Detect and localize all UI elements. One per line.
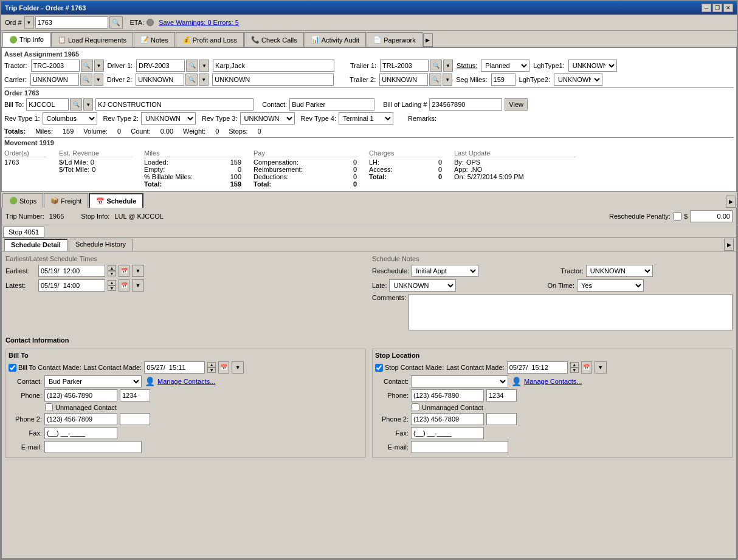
stop-time-extra[interactable]: ▼ xyxy=(595,361,607,374)
bill-to-calendar-btn[interactable]: 📅 xyxy=(218,361,229,374)
trailer2-search-icon[interactable]: 🔍 xyxy=(429,73,441,86)
earliest-calendar-icon[interactable]: 📅 xyxy=(119,265,129,277)
lower-tab-scroll[interactable]: ▶ xyxy=(726,196,736,208)
driver1-dropdown[interactable]: ▼ xyxy=(199,60,209,72)
stop-phone-ext-input[interactable] xyxy=(486,389,517,401)
rev-type3-select[interactable]: UNKNOWN xyxy=(240,112,295,125)
minimize-button[interactable]: ─ xyxy=(702,4,711,12)
reschedule-penalty-checkbox[interactable] xyxy=(673,212,681,220)
bill-to-time-down[interactable]: ▼ xyxy=(207,367,216,373)
earliest-input[interactable] xyxy=(38,265,105,277)
carrier-dropdown[interactable]: ▼ xyxy=(94,73,103,86)
carrier-input[interactable] xyxy=(30,73,79,86)
lghtype1-select[interactable]: UNKNOWN xyxy=(568,60,617,72)
bill-to-phone2-ext-input[interactable] xyxy=(120,413,150,425)
tab-notes[interactable]: 📝 Notes xyxy=(134,32,175,47)
tab-schedule[interactable]: 📅 Schedule xyxy=(89,193,143,208)
trailer2-dropdown[interactable]: ▼ xyxy=(443,73,452,86)
stop-calendar-btn[interactable]: 📅 xyxy=(581,361,592,374)
bill-to-fax-input[interactable] xyxy=(44,427,117,439)
stop-unmanaged-checkbox[interactable] xyxy=(412,403,419,411)
status-label[interactable]: Status: xyxy=(457,62,477,69)
bill-to-phone-ext-input[interactable] xyxy=(120,389,150,401)
latest-spinner-up[interactable]: ▲ xyxy=(108,280,116,285)
close-button[interactable]: ✕ xyxy=(723,4,733,12)
rev-type4-select[interactable]: Terminal 1 xyxy=(339,112,393,125)
trailer1-search-icon[interactable]: 🔍 xyxy=(430,60,442,72)
earliest-extra-button[interactable]: ▼ xyxy=(132,265,144,277)
driver2-dropdown[interactable]: ▼ xyxy=(199,73,209,86)
rev-type1-select[interactable]: Columbus xyxy=(43,112,97,125)
tractor-note-select[interactable]: UNKNOWN xyxy=(586,265,653,277)
tab-freight[interactable]: 📦 Freight xyxy=(44,193,88,208)
penalty-value-input[interactable] xyxy=(690,210,733,222)
trailer1-dropdown[interactable]: ▼ xyxy=(443,60,453,72)
ord-input[interactable] xyxy=(35,16,108,29)
driver2-name-input[interactable] xyxy=(212,73,334,86)
stop-time-up[interactable]: ▲ xyxy=(570,362,579,367)
latest-calendar-icon[interactable]: 📅 xyxy=(119,279,129,292)
driver1-input[interactable] xyxy=(136,60,185,72)
bill-to-phone2-input[interactable] xyxy=(44,413,117,425)
stop-time-down[interactable]: ▼ xyxy=(570,367,579,373)
latest-spinner-down[interactable]: ▼ xyxy=(108,285,116,291)
tab-activity-audit[interactable]: 📊 Activity Audit xyxy=(305,32,366,47)
save-warnings-link[interactable]: Save Warnings: 0 Errors: 5 xyxy=(159,19,239,26)
carrier-search-icon[interactable]: 🔍 xyxy=(80,73,92,86)
bill-to-phone-input[interactable] xyxy=(44,389,117,401)
comments-textarea[interactable] xyxy=(409,294,733,330)
stop-tab-4051[interactable]: Stop 4051 xyxy=(3,227,44,237)
stop-phone2-ext-input[interactable] xyxy=(486,413,517,425)
status-select[interactable]: Planned xyxy=(481,60,529,72)
driver1-name-input[interactable] xyxy=(213,60,334,72)
tab-schedule-detail[interactable]: Schedule Detail xyxy=(4,239,67,251)
earliest-spinner-up[interactable]: ▲ xyxy=(108,265,116,271)
driver1-search-icon[interactable]: 🔍 xyxy=(186,60,198,72)
tractor-input[interactable] xyxy=(31,60,80,72)
tab-schedule-history[interactable]: Schedule History xyxy=(69,239,133,251)
bill-to-code-input[interactable] xyxy=(26,98,69,111)
bill-to-time-up[interactable]: ▲ xyxy=(207,362,216,367)
view-button[interactable]: View xyxy=(505,98,528,111)
stop-phone2-input[interactable] xyxy=(411,413,484,425)
driver2-input[interactable] xyxy=(136,73,184,86)
bill-to-unmanaged-checkbox[interactable] xyxy=(45,403,53,411)
on-time-select[interactable]: Yes xyxy=(577,279,644,292)
tab-stops[interactable]: 🟢 Stops xyxy=(2,193,43,208)
ord-search-button[interactable]: 🔍 xyxy=(109,16,123,29)
tractor-search-icon[interactable]: 🔍 xyxy=(81,60,93,72)
late-select[interactable]: UNKNOWN xyxy=(389,279,456,292)
tab-load-requirements[interactable]: 📋 Load Requirements xyxy=(51,32,133,47)
contact-input[interactable] xyxy=(289,98,374,111)
driver2-search-icon[interactable]: 🔍 xyxy=(185,73,198,86)
bill-to-name-input[interactable] xyxy=(95,98,253,111)
trailer2-input[interactable] xyxy=(379,73,428,86)
tab-scroll-right[interactable]: ▶ xyxy=(423,33,433,47)
rev-type2-select[interactable]: UNKNOWN xyxy=(141,112,196,125)
bill-to-last-contact-input[interactable] xyxy=(144,361,205,374)
latest-extra-button[interactable]: ▼ xyxy=(132,279,144,292)
ord-dropdown[interactable]: ▼ xyxy=(24,16,34,29)
stop-manage-contacts-link[interactable]: Manage Contacts... xyxy=(524,378,582,385)
trailer1-input[interactable] xyxy=(380,60,429,72)
stop-email-input[interactable] xyxy=(411,441,508,453)
bill-to-manage-contacts-link[interactable]: Manage Contacts... xyxy=(157,378,215,385)
stop-contact-select[interactable] xyxy=(411,375,508,388)
tab-profit-loss[interactable]: 💰 Profit and Loss xyxy=(176,32,244,47)
reschedule-select[interactable]: Initial Appt xyxy=(412,265,478,277)
bill-to-search-icon[interactable]: 🔍 xyxy=(70,98,82,111)
tab-paperwork[interactable]: 📄 Paperwork xyxy=(367,32,422,47)
bill-of-lading-input[interactable] xyxy=(429,98,502,111)
stop-contact-made-checkbox[interactable] xyxy=(375,364,383,372)
tractor-dropdown[interactable]: ▼ xyxy=(94,60,104,72)
bill-to-contact-made-checkbox[interactable] xyxy=(9,364,16,372)
latest-input[interactable] xyxy=(38,279,105,292)
tab-check-calls[interactable]: 📞 Check Calls xyxy=(244,32,304,47)
seg-miles-input[interactable] xyxy=(491,73,516,86)
stop-fax-input[interactable] xyxy=(411,427,484,439)
earliest-spinner-down[interactable]: ▼ xyxy=(108,271,116,276)
schedule-tab-scroll[interactable]: ▶ xyxy=(724,239,734,251)
bill-to-contact-select[interactable]: Bud Parker xyxy=(44,375,142,388)
bill-to-dropdown[interactable]: ▼ xyxy=(83,98,93,111)
tab-trip-info[interactable]: 🟢 Trip Info xyxy=(2,32,50,47)
